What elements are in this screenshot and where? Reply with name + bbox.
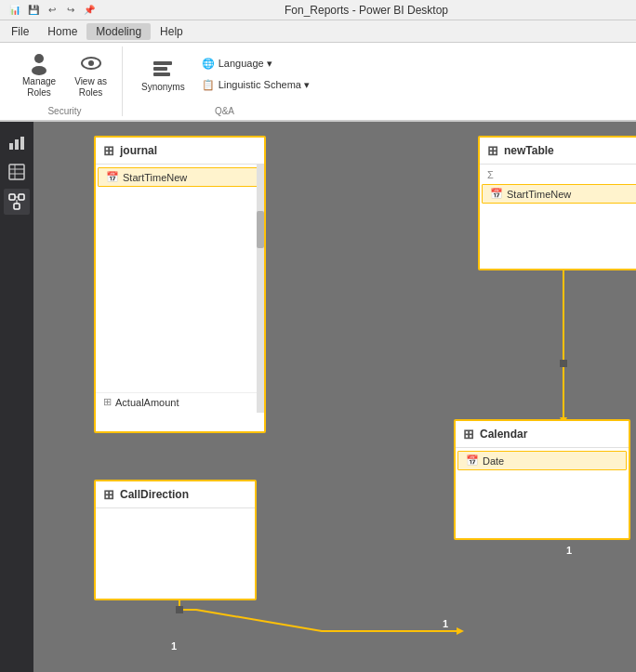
table-journal-header: ⊞ journal	[96, 138, 264, 165]
linguistic-schema-icon: 📋	[202, 79, 215, 91]
table-calendar-icon: ⊞	[463, 427, 474, 441]
synonyms-icon	[150, 56, 176, 82]
table-calendar-row-date[interactable]: 📅 Date	[457, 451, 627, 470]
journal-scrollbar[interactable]	[257, 165, 264, 413]
synonyms-button[interactable]: Synonyms	[134, 52, 192, 97]
pin-icon[interactable]: 📌	[82, 3, 97, 18]
menu-bar: File Home Modeling Help	[0, 20, 636, 43]
row-icon-sigma: Σ	[487, 169, 494, 180]
table-journal-icon: ⊞	[103, 143, 114, 158]
svg-rect-21	[176, 606, 183, 613]
menu-home[interactable]: Home	[38, 23, 86, 40]
svg-rect-5	[153, 67, 167, 71]
menu-modeling[interactable]: Modeling	[86, 23, 151, 40]
view-as-roles-button[interactable]: View asRoles	[67, 46, 114, 102]
ribbon: ManageRoles View asRoles Security	[0, 43, 636, 122]
table-journal-title: journal	[120, 144, 157, 157]
table-calldirection[interactable]: ⊞ CallDirection	[94, 480, 257, 600]
manage-roles-label: ManageRoles	[22, 76, 56, 99]
manage-roles-button[interactable]: ManageRoles	[15, 46, 63, 102]
synonyms-label: Synonyms	[141, 82, 185, 93]
table-newtable-body: Σ 📅 StartTimeNew	[480, 165, 636, 206]
row-label-date: Date	[483, 455, 504, 467]
sidebar-item-table[interactable]	[4, 159, 30, 185]
title-bar: 📊 💾 ↩ ↪ 📌 Fon_Reports - Power BI Desktop	[0, 0, 636, 20]
svg-rect-4	[153, 61, 172, 65]
label-journal-1: 1	[171, 640, 177, 652]
diagram-canvas[interactable]: * * 1 1 * 1 ⊞ journal 📅 StartTimeNew ⊞ A…	[33, 122, 636, 672]
row-icon-actualamount: ⊞	[103, 396, 112, 408]
title-bar-icons: 📊 💾 ↩ ↪ 📌	[7, 3, 97, 18]
view-as-roles-icon	[78, 50, 104, 76]
table-calendar[interactable]: ⊞ Calendar 📅 Date	[454, 419, 630, 540]
label-calendar-1: 1	[443, 618, 448, 629]
ribbon-group-security: ManageRoles View asRoles Security	[7, 46, 123, 116]
table-newtable[interactable]: ⊞ newTable Σ 📅 StartTimeNew	[478, 136, 636, 270]
row-label-nt-starttimenew: StartTimeNew	[507, 189, 571, 200]
language-label: Language ▾	[219, 58, 272, 70]
table-journal-empty-space	[96, 188, 264, 392]
table-journal[interactable]: ⊞ journal 📅 StartTimeNew ⊞ ActualAmount	[94, 136, 266, 433]
svg-rect-7	[9, 143, 13, 150]
linguistic-schema-label: Linguistic Schema ▾	[219, 79, 310, 91]
svg-rect-22	[560, 360, 567, 367]
table-journal-body: 📅 StartTimeNew ⊞ ActualAmount	[96, 165, 264, 413]
menu-file[interactable]: File	[2, 23, 38, 40]
undo-icon[interactable]: ↩	[45, 3, 60, 18]
manage-roles-icon	[26, 50, 52, 76]
table-calldirection-icon: ⊞	[103, 487, 114, 502]
svg-marker-19	[457, 627, 464, 635]
svg-point-0	[34, 54, 44, 63]
security-buttons: ManageRoles View asRoles	[15, 46, 114, 102]
table-newtable-title: newTable	[504, 144, 554, 157]
table-calendar-title: Calendar	[480, 428, 527, 441]
view-as-roles-label: View asRoles	[74, 76, 107, 99]
table-newtable-header: ⊞ newTable	[480, 138, 636, 165]
row-icon-startttimenew: 📅	[106, 171, 119, 183]
journal-scroll-thumb	[257, 211, 264, 248]
row-label-starttimenew: StartTimeNew	[123, 172, 187, 183]
menu-help[interactable]: Help	[151, 23, 192, 40]
qa-dropdowns: 🌐 Language ▾ 📋 Linguistic Schema ▾	[196, 55, 315, 94]
row-icon-nt-starttimenew: 📅	[490, 188, 503, 200]
row-label-actualamount: ActualAmount	[115, 397, 179, 408]
svg-point-3	[88, 60, 94, 66]
table-calldirection-header: ⊞ CallDirection	[96, 481, 255, 508]
security-group-label: Security	[15, 102, 114, 116]
table-newtable-row-startttimenew[interactable]: 📅 StartTimeNew	[482, 184, 636, 204]
main-area: * * 1 1 * 1 ⊞ journal 📅 StartTimeNew ⊞ A…	[0, 122, 636, 672]
qa-buttons: Synonyms 🌐 Language ▾ 📋 Linguistic Schem…	[134, 46, 315, 102]
label-newtable-1: 1	[566, 545, 572, 556]
language-icon: 🌐	[202, 58, 215, 70]
sidebar-item-charts[interactable]	[4, 129, 30, 155]
svg-rect-15	[19, 194, 24, 200]
qa-group-label: Q&A	[134, 102, 315, 116]
table-calendar-header: ⊞ Calendar	[456, 421, 629, 448]
redo-icon[interactable]: ↪	[63, 3, 78, 18]
table-journal-row-actualamount[interactable]: ⊞ ActualAmount	[96, 392, 264, 411]
save-icon[interactable]: 💾	[26, 3, 41, 18]
window-title: Fon_Reports - Power BI Desktop	[104, 4, 629, 17]
table-journal-row-startttimenew[interactable]: 📅 StartTimeNew	[98, 167, 262, 187]
svg-rect-6	[153, 72, 170, 76]
left-sidebar	[0, 122, 33, 672]
svg-point-1	[32, 66, 46, 75]
language-button[interactable]: 🌐 Language ▾	[196, 55, 315, 72]
svg-rect-10	[9, 165, 24, 179]
ribbon-group-qa: Synonyms 🌐 Language ▾ 📋 Linguistic Schem…	[126, 46, 323, 116]
linguistic-schema-button[interactable]: 📋 Linguistic Schema ▾	[196, 76, 315, 94]
table-calldirection-body	[96, 508, 255, 592]
svg-rect-16	[14, 204, 20, 209]
svg-rect-8	[15, 139, 19, 150]
svg-rect-9	[20, 137, 24, 150]
table-newtable-row-sigma[interactable]: Σ	[480, 166, 636, 183]
table-newtable-icon: ⊞	[487, 143, 498, 158]
row-icon-date: 📅	[466, 455, 479, 467]
svg-rect-14	[9, 194, 15, 200]
table-calendar-body: 📅 Date	[456, 448, 629, 476]
table-calldirection-title: CallDirection	[120, 488, 189, 501]
ribbon-content: ManageRoles View asRoles Security	[0, 43, 636, 120]
sidebar-item-model[interactable]	[4, 189, 30, 215]
powerbi-icon: 📊	[7, 3, 22, 18]
